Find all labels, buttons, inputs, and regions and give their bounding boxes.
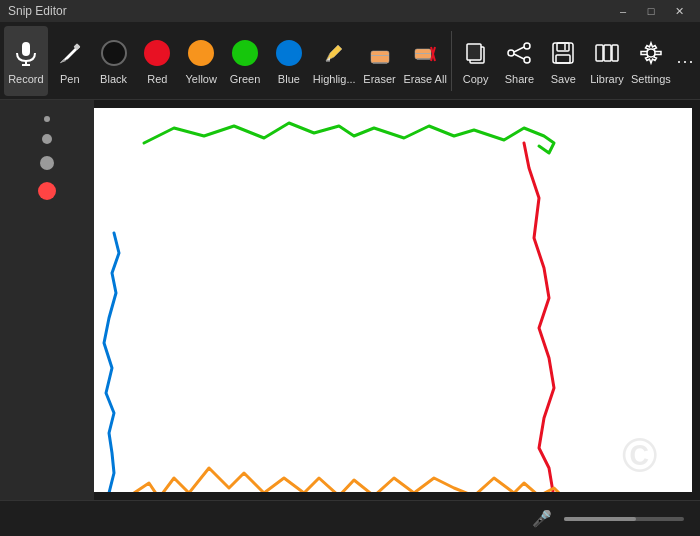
tool-yellow[interactable]: Yellow bbox=[179, 26, 223, 96]
tool-black[interactable]: Black bbox=[92, 26, 136, 96]
title-bar: Snip Editor – □ ✕ bbox=[0, 0, 700, 22]
tool-eraser[interactable]: Eraser bbox=[358, 26, 402, 96]
svg-line-19 bbox=[514, 54, 524, 59]
blue-label: Blue bbox=[278, 73, 300, 85]
svg-point-17 bbox=[524, 57, 530, 63]
svg-point-16 bbox=[524, 43, 530, 49]
tool-blue[interactable]: Blue bbox=[267, 26, 311, 96]
more-button[interactable]: ⋯ bbox=[673, 26, 696, 96]
tool-pen[interactable]: Pen bbox=[48, 26, 92, 96]
black-label: Black bbox=[100, 73, 127, 85]
save-label: Save bbox=[551, 73, 576, 85]
svg-rect-14 bbox=[467, 44, 481, 60]
tool-record[interactable]: Record bbox=[4, 26, 48, 96]
blue-circle-icon bbox=[273, 37, 305, 69]
minimize-button[interactable]: – bbox=[610, 2, 636, 20]
tool-erase-all[interactable]: Erase All bbox=[401, 26, 448, 96]
microphone-icon: 🎤 bbox=[532, 509, 552, 528]
svg-rect-5 bbox=[371, 51, 389, 63]
pen-icon bbox=[54, 37, 86, 69]
tool-highlighter[interactable]: Highlig... bbox=[311, 26, 358, 96]
copy-icon bbox=[460, 37, 492, 69]
window-controls: – □ ✕ bbox=[610, 2, 692, 20]
svg-rect-22 bbox=[556, 55, 570, 63]
tool-copy[interactable]: Copy bbox=[454, 26, 498, 96]
svg-rect-24 bbox=[596, 45, 603, 61]
library-icon bbox=[591, 37, 623, 69]
settings-label: Settings bbox=[631, 73, 671, 85]
share-icon bbox=[503, 37, 535, 69]
tool-save[interactable]: Save bbox=[541, 26, 585, 96]
black-circle-icon bbox=[98, 37, 130, 69]
tool-settings[interactable]: Settings bbox=[629, 26, 673, 96]
window-title: Snip Editor bbox=[8, 4, 67, 18]
red-label: Red bbox=[147, 73, 167, 85]
status-bar: 🎤 bbox=[0, 500, 700, 536]
pen-label: Pen bbox=[60, 73, 80, 85]
gear-icon bbox=[635, 37, 667, 69]
drawing-canvas[interactable] bbox=[94, 108, 692, 492]
size-medium-small[interactable] bbox=[42, 134, 52, 144]
yellow-label: Yellow bbox=[186, 73, 217, 85]
svg-rect-25 bbox=[604, 45, 611, 61]
copy-label: Copy bbox=[463, 73, 489, 85]
green-label: Green bbox=[230, 73, 261, 85]
svg-rect-6 bbox=[371, 55, 389, 56]
svg-rect-26 bbox=[612, 45, 618, 61]
close-button[interactable]: ✕ bbox=[666, 2, 692, 20]
size-large[interactable] bbox=[38, 182, 56, 200]
save-icon bbox=[547, 37, 579, 69]
mic-icon bbox=[10, 37, 42, 69]
more-icon: ⋯ bbox=[676, 50, 693, 72]
tool-green[interactable]: Green bbox=[223, 26, 267, 96]
main-content bbox=[0, 100, 700, 500]
canvas-area[interactable] bbox=[94, 108, 692, 492]
size-medium[interactable] bbox=[40, 156, 54, 170]
highlighter-label: Highlig... bbox=[313, 73, 356, 85]
volume-bar bbox=[564, 517, 684, 521]
erase-all-icon bbox=[409, 37, 441, 69]
highlighter-icon bbox=[318, 37, 350, 69]
size-panel bbox=[0, 100, 94, 500]
size-small[interactable] bbox=[44, 116, 50, 122]
svg-line-18 bbox=[514, 47, 524, 52]
maximize-button[interactable]: □ bbox=[638, 2, 664, 20]
share-label: Share bbox=[505, 73, 534, 85]
toolbar: Record Pen Black Red Yellow bbox=[0, 22, 700, 100]
svg-rect-9 bbox=[415, 53, 431, 54]
yellow-circle-icon bbox=[185, 37, 217, 69]
svg-rect-21 bbox=[557, 43, 569, 51]
tool-library[interactable]: Library bbox=[585, 26, 629, 96]
record-label: Record bbox=[8, 73, 43, 85]
eraser-label: Eraser bbox=[363, 73, 395, 85]
tool-red[interactable]: Red bbox=[135, 26, 179, 96]
tool-share[interactable]: Share bbox=[498, 26, 542, 96]
library-label: Library bbox=[590, 73, 624, 85]
erase-all-label: Erase All bbox=[403, 73, 446, 85]
svg-rect-0 bbox=[22, 42, 30, 56]
green-circle-icon bbox=[229, 37, 261, 69]
toolbar-separator-1 bbox=[451, 31, 452, 91]
eraser-icon bbox=[364, 37, 396, 69]
red-circle-icon bbox=[141, 37, 173, 69]
svg-point-15 bbox=[508, 50, 514, 56]
